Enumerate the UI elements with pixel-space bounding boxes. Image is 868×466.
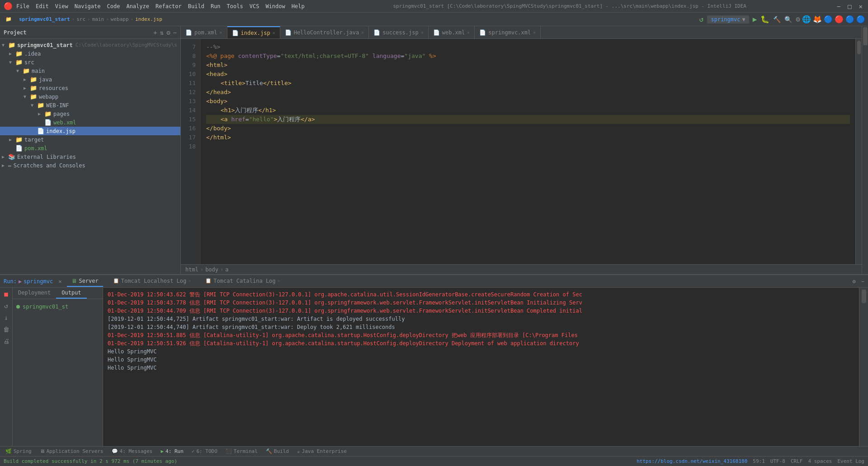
tab-index-jsp[interactable]: 📄 index.jsp ✕ [227,26,280,39]
menu-refactor[interactable]: Refactor [156,3,182,10]
sidebar-minimize-icon[interactable]: − [173,29,177,36]
tree-item-idea[interactable]: ▶ 📁 .idea [0,49,180,58]
output-tab[interactable]: Output [56,288,86,299]
print-button[interactable]: 🖨 [2,337,10,346]
ie-icon[interactable]: 🔵 [845,15,854,24]
tab-springmvc-xml[interactable]: 📄 springmvc.xml ✕ [475,26,541,39]
tree-item-webinf[interactable]: ▼ 📁 WEB-INF [0,101,180,109]
bottom-tab-localhost-log[interactable]: 📋 Tomcat Localhost Log ✕ [108,276,196,287]
close-run-tab[interactable]: ✕ [58,278,61,285]
run-config-selector[interactable]: springmvc ▼ [707,15,749,24]
menu-run[interactable]: Run [211,3,221,10]
code-line-9: <html> [206,61,850,70]
tree-item-root[interactable]: ▼ 📁 springmvc01_start C:\Code\laboratory… [0,41,180,49]
stop-button[interactable]: ■ [3,290,9,299]
tab-pom-xml[interactable]: 📄 pom.xml ✕ [181,26,227,39]
tab-close-localhost[interactable]: ✕ [188,278,191,283]
tab-close-pom[interactable]: ✕ [220,30,222,35]
edge-icon[interactable]: 🔵 [824,15,833,24]
debug-button[interactable]: 🐛 [760,15,769,24]
tab-close-hello[interactable]: ✕ [361,30,364,35]
app-tab-build[interactable]: 🔨 Build [262,447,292,455]
event-log-label[interactable]: Event Log [837,458,864,464]
tree-item-scratches[interactable]: ▶ ✏ Scratches and Consoles [0,161,180,170]
code-line-15: <a href="hello">入门程序</a> [206,115,850,124]
menu-file[interactable]: File [16,3,29,10]
app-tab-messages[interactable]: 💬 4: Messages [108,447,156,455]
safari-icon[interactable]: 🔵 [856,15,865,24]
bottom-tab-server[interactable]: 🖥 Server [67,276,103,287]
deployment-tab[interactable]: Deployment [13,288,56,299]
menu-window[interactable]: Window [265,3,285,10]
tree-item-pages[interactable]: ▶ 📁 pages [0,109,180,118]
app-tab-todo[interactable]: ✓ 6: TODO [188,447,221,455]
spaces-label[interactable]: 4 spaces [808,458,832,464]
scroll-indicator[interactable] [855,39,862,264]
tree-item-index-jsp[interactable]: ▶ 📄 index.jsp [0,127,180,135]
app-tab-run[interactable]: ▶ 4: Run [157,447,187,455]
bottom-tab-catalina-log[interactable]: 📋 Tomcat Catalina Log ✕ [201,276,284,287]
tree-item-java[interactable]: ▶ 📁 java [0,75,180,84]
tree-item-ext-libs[interactable]: ▶ 📚 External Libraries [0,152,180,161]
menu-help[interactable]: Help [292,3,305,10]
maximize-button[interactable]: □ [846,3,853,10]
panel-settings-icon[interactable]: ⚙ [853,278,856,285]
firefox-icon[interactable]: 🦊 [813,15,822,24]
app-tab-java-enterprise[interactable]: ☕ Java Enterprise [293,447,350,455]
tree-item-webapp[interactable]: ▼ 📁 webapp [0,92,180,101]
minimize-button[interactable]: − [835,3,842,10]
tab-close-index[interactable]: ✕ [273,30,275,35]
tab-hello-controller[interactable]: 📄 HelloController.java ✕ [280,26,369,39]
gear-icon[interactable]: ⚙ [796,15,800,24]
menu-tools[interactable]: Tools [227,3,243,10]
menu-build[interactable]: Build [188,3,204,10]
tree-item-target[interactable]: ▶ 📁 target [0,135,180,144]
menu-analyze[interactable]: Analyze [126,3,149,10]
app-tab-app-servers[interactable]: 🖥 Application Servers [36,447,107,455]
editor-breadcrumb: html › body › a [181,264,862,274]
code-editor[interactable]: 7 8 9 10 11 12 13 14 15 16 17 18 --%> <%… [181,39,862,264]
tab-close-catalina[interactable]: ✕ [278,278,280,283]
menu-code[interactable]: Code [107,3,120,10]
tree-item-webxml[interactable]: ▶ 📄 web.xml [0,118,180,127]
build-status-text: Build completed successfully in 2 s 972 … [4,458,177,464]
success-tab-icon: 📄 [373,29,380,36]
close-button[interactable]: ✕ [857,3,864,10]
code-content[interactable]: --%> <%@ page contentType="text/html;cha… [201,39,855,264]
tab-success-jsp[interactable]: 📄 success.jsp ✕ [369,26,429,39]
search-everywhere-icon[interactable]: 🔍 [784,16,792,23]
panel-close-button[interactable]: − [861,278,864,285]
sidebar-settings-icon[interactable]: ⚙ [166,29,170,36]
file-tree: ▼ 📁 springmvc01_start C:\Code\laboratory… [0,39,180,274]
menu-vcs[interactable]: VCS [250,3,259,10]
app-tab-spring[interactable]: 🌿 Spring [2,447,35,455]
clear-button[interactable]: 🗑 [2,325,10,334]
crlf-label[interactable]: CRLF [791,458,803,464]
tree-item-src[interactable]: ▼ 📁 src [0,58,180,67]
menu-navigate[interactable]: Navigate [75,3,101,10]
tree-item-pomxml[interactable]: ▶ 📄 pom.xml [0,144,180,152]
opera-icon[interactable]: 🔴 [835,15,844,24]
tab-close-success[interactable]: ✕ [421,30,424,35]
toolbar-project-icon[interactable]: 📁 [3,15,14,23]
sidebar-sort-icon[interactable]: ⇅ [160,29,164,36]
sync-icon[interactable]: ↺ [699,15,704,24]
tab-close-springmvc[interactable]: ✕ [533,30,536,35]
console-output[interactable]: 01-Dec-2019 12:50:43.622 警告 [RMI TCP Con… [103,288,859,446]
tab-close-web[interactable]: ✕ [467,30,470,35]
menu-edit[interactable]: Edit [36,3,49,10]
menu-view[interactable]: View [55,3,68,10]
tree-item-resources[interactable]: ▶ 📁 resources [0,84,180,92]
app-tab-terminal[interactable]: ⬛ Terminal [222,447,261,455]
run-button[interactable]: ▶ [753,15,757,24]
restart-button[interactable]: ↺ [3,301,9,310]
chrome-icon[interactable]: 🌐 [802,15,811,24]
sidebar-add-icon[interactable]: + [153,29,157,36]
tab-web-xml[interactable]: 📄 web.xml ✕ [429,26,475,39]
encoding-label[interactable]: UTF-8 [770,458,785,464]
right-scrollbar[interactable] [862,26,868,274]
tree-item-main[interactable]: ▼ 📁 main [0,67,180,75]
scroll-end-button[interactable]: ↓ [3,313,9,322]
url-label[interactable]: https://blog.csdn.net/weixin_43168180 [637,458,747,464]
build-icon[interactable]: 🔨 [773,16,781,23]
